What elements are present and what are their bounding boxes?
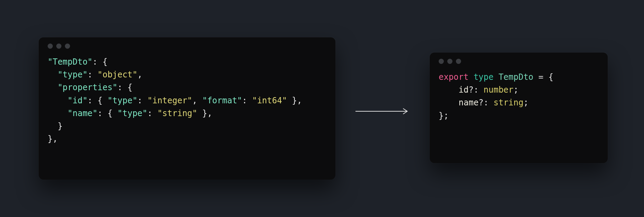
window-traffic-lights xyxy=(48,44,326,49)
code-token: name xyxy=(459,98,479,107)
code-token xyxy=(48,96,68,105)
code-token: "string" xyxy=(157,108,197,118)
code-window-typescript: export type TempDto = { id?: number; nam… xyxy=(430,53,608,163)
code-window-json: "TempDto": { "type": "object", "properti… xyxy=(39,37,335,180)
code-token: : { xyxy=(117,83,132,92)
code-token xyxy=(48,70,58,79)
window-traffic-lights xyxy=(439,59,599,64)
code-token xyxy=(469,72,474,82)
code-token xyxy=(494,72,498,82)
traffic-dot-icon xyxy=(447,59,452,64)
code-block-json: "TempDto": { "type": "object", "properti… xyxy=(48,56,326,145)
traffic-dot-icon xyxy=(439,59,444,64)
code-token: : { xyxy=(92,57,107,67)
code-token: ?: xyxy=(479,98,494,107)
code-token: : xyxy=(88,70,98,79)
traffic-dot-icon xyxy=(48,44,53,49)
code-token: string xyxy=(494,98,524,107)
code-token: }, xyxy=(48,134,58,144)
code-token: "id" xyxy=(68,96,88,105)
code-token xyxy=(48,83,58,92)
code-token: "object" xyxy=(98,70,138,79)
code-token: }; xyxy=(439,111,449,121)
code-token: number xyxy=(484,85,514,95)
traffic-dot-icon xyxy=(65,44,70,49)
code-token: "name" xyxy=(68,108,98,118)
code-token: }, xyxy=(287,96,302,105)
code-token: , xyxy=(137,70,142,79)
traffic-dot-icon xyxy=(456,59,461,64)
code-token xyxy=(48,108,68,118)
code-token: "format" xyxy=(202,96,242,105)
code-token: export xyxy=(439,72,469,82)
code-block-typescript: export type TempDto = { id?: number; nam… xyxy=(439,71,599,122)
code-token: , xyxy=(192,96,202,105)
code-token: } xyxy=(48,121,62,131)
code-token: TempDto xyxy=(498,72,533,82)
code-token: "integer" xyxy=(147,96,192,105)
code-token: "type" xyxy=(107,96,137,105)
code-token: : xyxy=(242,96,252,105)
code-token: "TempDto" xyxy=(48,57,92,67)
code-token: }, xyxy=(197,108,212,118)
code-token: "type" xyxy=(117,108,147,118)
code-token: type xyxy=(474,72,494,82)
code-token: ; xyxy=(514,85,518,95)
traffic-dot-icon xyxy=(56,44,61,49)
code-token: "int64" xyxy=(252,96,287,105)
code-token: = { xyxy=(534,72,554,82)
code-token xyxy=(439,98,459,107)
code-token: "type" xyxy=(58,70,88,79)
code-token: ?: xyxy=(469,85,484,95)
arrow-icon xyxy=(355,108,411,115)
code-token: : { xyxy=(88,96,108,105)
code-token: : xyxy=(147,108,157,118)
code-token: ; xyxy=(524,98,528,107)
code-token: : { xyxy=(98,108,118,118)
code-token xyxy=(439,85,459,95)
code-token: "properties" xyxy=(58,83,117,92)
code-token: : xyxy=(137,96,147,105)
code-token: id xyxy=(459,85,469,95)
canvas: "TempDto": { "type": "object", "properti… xyxy=(0,0,644,217)
